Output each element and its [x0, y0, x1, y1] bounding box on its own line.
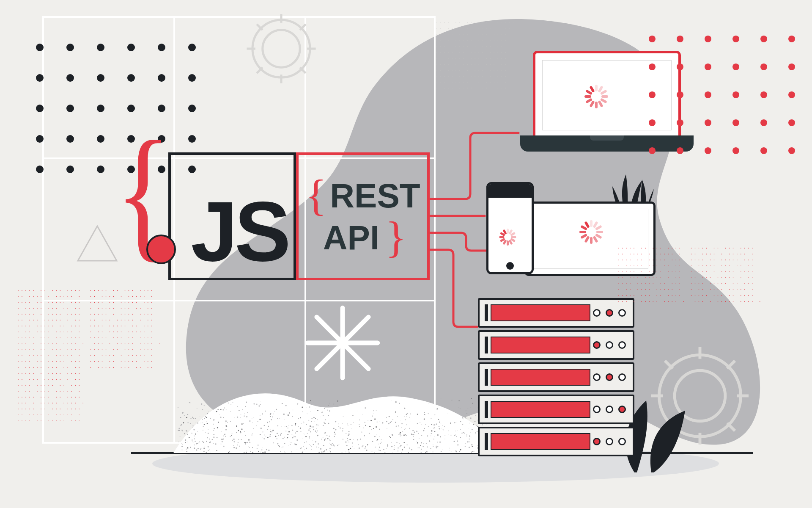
- illustration-stage: { JS {REST API}: [0, 0, 812, 508]
- svg-point-957: [649, 64, 656, 70]
- loading-spinner-icon: [579, 220, 603, 244]
- code-matrix-decoration: ····· ·· ··· ···· ····· ·· ··· ···· ·· ·…: [17, 288, 162, 424]
- svg-point-975: [649, 147, 656, 154]
- svg-point-978: [732, 147, 739, 154]
- code-matrix-decoration: ···· ·· ······ ····· ·· ···· · ····· ·· …: [436, 20, 516, 91]
- svg-point-971: [705, 119, 711, 126]
- svg-point-965: [705, 91, 711, 98]
- svg-point-968: [788, 91, 795, 98]
- svg-point-958: [677, 64, 683, 70]
- svg-point-962: [788, 64, 795, 70]
- svg-point-961: [760, 64, 767, 70]
- svg-point-969: [649, 119, 656, 126]
- loading-spinner-icon: [584, 85, 608, 108]
- svg-point-960: [732, 64, 739, 70]
- server-rack: [478, 330, 634, 360]
- code-matrix-decoration: ····· ·· ··· ···· ····· ·· ··· ···· ·· ·…: [617, 246, 763, 305]
- phone-icon: [486, 182, 534, 274]
- loading-spinner-icon: [499, 229, 516, 246]
- svg-point-964: [677, 91, 683, 98]
- server-rack: [478, 362, 634, 392]
- svg-point-959: [705, 64, 711, 70]
- svg-point-966: [732, 91, 739, 98]
- svg-point-972: [732, 119, 739, 126]
- server-rack: [478, 298, 634, 328]
- svg-point-952: [677, 36, 683, 42]
- svg-point-955: [760, 36, 767, 42]
- svg-point-951: [649, 36, 656, 42]
- svg-point-970: [677, 119, 683, 126]
- svg-point-980: [788, 147, 795, 154]
- svg-point-956: [788, 36, 795, 42]
- svg-point-953: [705, 36, 711, 42]
- server-rack: [478, 395, 634, 424]
- svg-point-977: [705, 147, 711, 154]
- svg-point-979: [760, 147, 767, 154]
- svg-point-974: [788, 119, 795, 126]
- svg-point-973: [760, 119, 767, 126]
- svg-point-963: [649, 91, 656, 98]
- svg-point-967: [760, 91, 767, 98]
- svg-point-976: [677, 147, 683, 154]
- server-stack: [478, 298, 634, 459]
- svg-point-954: [732, 36, 739, 42]
- server-rack: [478, 427, 634, 456]
